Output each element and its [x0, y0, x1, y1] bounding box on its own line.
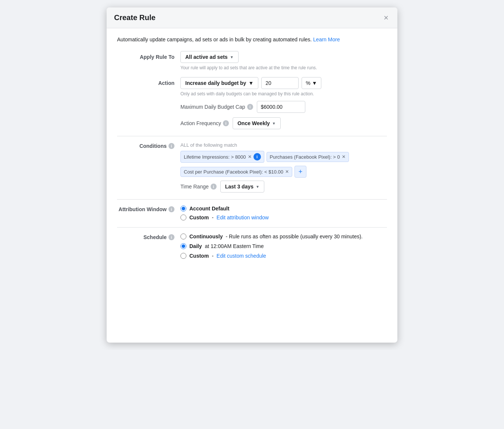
schedule-daily[interactable]: Daily at 12:00AM Eastern Time — [180, 243, 363, 249]
schedule-radio-custom[interactable] — [180, 253, 186, 259]
conditions-body: ALL of the following match Lifetime Impr… — [180, 142, 387, 193]
condition-tag: Purchases (Facebook Pixel): > 0 ✕ — [267, 152, 349, 162]
info-icon[interactable]: i — [247, 104, 253, 110]
info-icon[interactable]: i — [223, 120, 229, 126]
attribution-row: Attribution Window i Account Default Cus… — [117, 206, 387, 220]
schedule-extra-daily: at 12:00AM Eastern Time — [205, 243, 264, 249]
schedule-custom[interactable]: Custom - Edit custom schedule — [180, 253, 363, 259]
close-button[interactable]: × — [382, 14, 390, 22]
apply-rule-dropdown[interactable]: All active ad sets ▼ — [180, 51, 239, 63]
condition-tags-row-2: Cost per Purchase (Facebook Pixel): < $1… — [180, 166, 387, 178]
remove-condition-icon[interactable]: ✕ — [342, 154, 346, 159]
attribution-radio-custom[interactable] — [180, 214, 186, 220]
conditions-label: Conditions i — [117, 142, 180, 149]
schedule-label-daily: Daily — [189, 243, 202, 249]
action-row: Action Increase daily budget by ▼ % ▼ On… — [117, 77, 387, 129]
apply-rule-hint: Your rule will apply to ad sets that are… — [180, 65, 387, 70]
attribution-label: Attribution Window i — [117, 206, 180, 212]
action-label: Action — [117, 77, 180, 86]
info-icon[interactable]: i — [253, 153, 261, 161]
modal-header: Create Rule × — [107, 7, 397, 28]
schedule-radio-daily[interactable] — [180, 243, 186, 249]
attribution-label-custom: Custom — [189, 214, 209, 220]
info-icon[interactable]: i — [211, 184, 217, 190]
action-type-dropdown[interactable]: Increase daily budget by ▼ — [180, 77, 258, 89]
attribution-options: Account Default Custom - Edit attributio… — [180, 206, 269, 220]
apply-rule-label: Apply Rule To — [117, 51, 180, 60]
condition-tag: Cost per Purchase (Facebook Pixel): < $1… — [180, 167, 292, 177]
apply-rule-controls: All active ad sets ▼ Your rule will appl… — [180, 51, 387, 70]
intro-text: Automatically update campaigns, ad sets … — [117, 36, 387, 44]
condition-tags-row-1: Lifetime Impressions: > 8000 ✕ i Purchas… — [180, 151, 387, 163]
divider — [117, 227, 387, 228]
action-value-input[interactable] — [261, 77, 299, 89]
schedule-label-continuously: Continuously — [189, 233, 223, 239]
chevron-down-icon: ▼ — [248, 80, 253, 86]
conditions-section: Conditions i ALL of the following match … — [117, 142, 387, 193]
unit-dropdown[interactable]: % ▼ — [302, 77, 321, 89]
apply-rule-row: Apply Rule To All active ad sets ▼ Your … — [117, 51, 387, 70]
edit-schedule-link[interactable]: Edit custom schedule — [217, 253, 266, 259]
action-frequency-row: Action Frequency i Once Weekly ▼ — [180, 117, 387, 129]
info-icon[interactable]: i — [168, 143, 174, 149]
all-match-text: ALL of the following match — [180, 142, 387, 148]
schedule-radio-continuously[interactable] — [180, 233, 186, 239]
budget-cap-row: Maximum Daily Budget Cap i — [180, 101, 387, 113]
action-controls: Increase daily budget by ▼ % ▼ Only ad s… — [180, 77, 387, 129]
action-hint: Only ad sets with daily budgets can be m… — [180, 91, 387, 96]
schedule-continuously[interactable]: Continuously - Rule runs as often as pos… — [180, 233, 363, 239]
time-range-dropdown[interactable]: Last 3 days ▼ — [220, 181, 264, 193]
attribution-radio-account-default[interactable] — [180, 206, 186, 212]
modal-title: Create Rule — [114, 13, 155, 22]
chevron-down-icon: ▼ — [230, 55, 234, 59]
info-icon[interactable]: i — [168, 234, 174, 240]
attribution-label-account-default: Account Default — [189, 206, 229, 212]
time-range-row: Time Range i Last 3 days ▼ — [180, 181, 387, 193]
condition-tag: Lifetime Impressions: > 8000 ✕ i — [180, 151, 264, 163]
budget-cap-input[interactable] — [257, 101, 305, 113]
frequency-dropdown[interactable]: Once Weekly ▼ — [233, 117, 281, 129]
learn-more-link[interactable]: Learn More — [313, 36, 340, 42]
modal-body: Automatically update campaigns, ad sets … — [107, 28, 397, 277]
divider — [117, 199, 387, 200]
schedule-extra-continuously: - Rule runs as often as possible (usuall… — [226, 233, 362, 239]
schedule-label: Schedule i — [117, 233, 180, 240]
attribution-custom[interactable]: Custom - Edit attribution window — [180, 214, 269, 220]
schedule-options: Continuously - Rule runs as often as pos… — [180, 233, 363, 259]
divider — [117, 136, 387, 136]
chevron-down-icon: ▼ — [272, 121, 276, 125]
schedule-label-custom: Custom — [189, 253, 209, 259]
edit-attribution-link[interactable]: Edit attribution window — [217, 214, 269, 220]
remove-condition-icon[interactable]: ✕ — [248, 154, 252, 159]
create-rule-modal: Create Rule × Automatically update campa… — [107, 7, 397, 343]
chevron-down-icon: ▼ — [312, 80, 317, 86]
time-range-label: Time Range i — [180, 184, 217, 190]
add-condition-button[interactable]: + — [294, 166, 306, 178]
attribution-account-default[interactable]: Account Default — [180, 206, 269, 212]
schedule-section: Schedule i Continuously - Rule runs as o… — [117, 233, 387, 259]
info-icon[interactable]: i — [168, 206, 174, 212]
chevron-down-icon: ▼ — [256, 185, 259, 189]
action-input-row: Increase daily budget by ▼ % ▼ — [180, 77, 387, 89]
action-frequency-label: Action Frequency i — [180, 120, 229, 126]
remove-condition-icon[interactable]: ✕ — [285, 169, 289, 174]
budget-cap-label: Maximum Daily Budget Cap i — [180, 104, 253, 110]
